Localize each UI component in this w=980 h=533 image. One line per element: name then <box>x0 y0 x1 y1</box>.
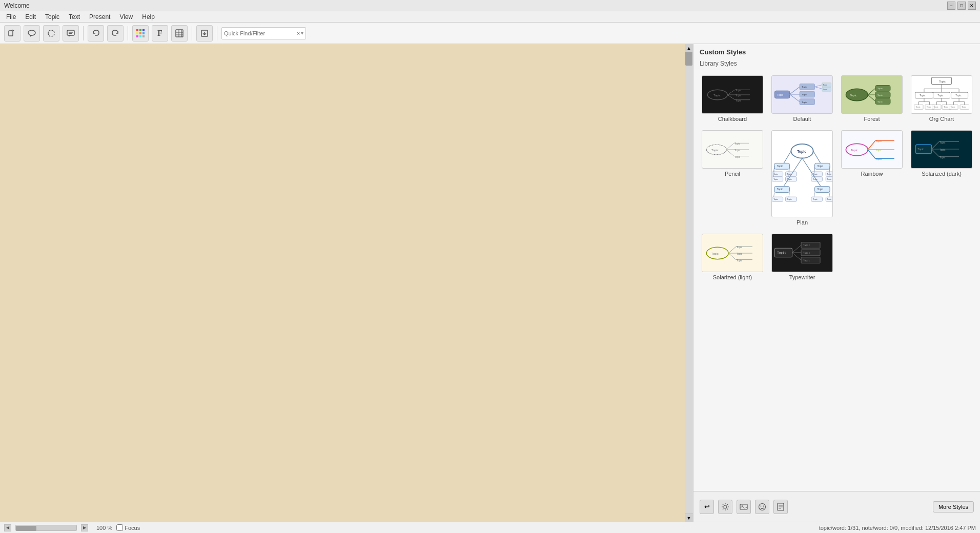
style-forest[interactable]: Topic Topic Topic Topic Forest <box>839 73 905 124</box>
canvas-scroll-down[interactable]: ▼ <box>685 514 693 522</box>
canvas-scrollbar[interactable] <box>685 44 693 522</box>
svg-text:Topic: Topic <box>827 198 831 200</box>
zoom-level: 100 % <box>96 525 112 531</box>
svg-text:Topic: Topic <box>777 251 786 255</box>
style-pencil[interactable]: Topic Topic Topic Topic Pencil <box>700 128 765 228</box>
close-button[interactable]: ✕ <box>968 2 976 10</box>
rainbow-preview: Topic Topic Topic Topic <box>841 130 903 169</box>
settings-icon-btn[interactable] <box>718 500 732 514</box>
emoji-icon-btn[interactable] <box>755 500 769 514</box>
note-icon-btn[interactable] <box>773 500 788 514</box>
image-icon-btn[interactable] <box>737 500 751 514</box>
rainbow-label: Rainbow <box>861 171 883 177</box>
pencil-preview: Topic Topic Topic Topic <box>702 130 763 169</box>
styles-scroll-area[interactable]: Topic Topic Topic Topic Chalkboard <box>693 69 980 491</box>
minimize-button[interactable]: − <box>947 2 955 10</box>
svg-text:Topic: Topic <box>802 93 807 96</box>
focus-checkbox[interactable] <box>116 524 123 531</box>
svg-text:Topic: Topic <box>877 94 883 96</box>
export-button[interactable] <box>196 25 213 42</box>
redo-button[interactable] <box>107 25 124 42</box>
more-styles-button[interactable]: More Styles <box>933 501 974 512</box>
style-solarized-light[interactable]: Topic Topic Topic Topic Solarized <box>700 232 765 282</box>
toolbar: F × ▾ <box>0 23 980 44</box>
h-scrollbar-thumb[interactable] <box>16 526 36 531</box>
menu-file[interactable]: File <box>2 12 20 22</box>
style-rainbow[interactable]: Topic Topic Topic Topic Rainbow <box>839 128 905 228</box>
svg-text:Topic: Topic <box>711 252 719 255</box>
svg-text:Topic: Topic <box>802 86 807 88</box>
svg-text:Topic: Topic <box>940 149 946 151</box>
boundary-button[interactable] <box>43 25 59 42</box>
format-button[interactable] <box>132 25 149 42</box>
undo-button[interactable] <box>88 25 104 42</box>
table-button[interactable] <box>171 25 188 42</box>
svg-point-215 <box>761 505 762 506</box>
menu-present[interactable]: Present <box>85 12 114 22</box>
chalkboard-preview: Topic Topic Topic Topic <box>702 75 763 114</box>
separator-2 <box>128 26 128 40</box>
undo-icon-btn[interactable]: ↩ <box>700 500 714 514</box>
svg-text:Topic: Topic <box>917 148 924 151</box>
scroll-left-button[interactable]: ◀ <box>4 524 11 531</box>
menu-text[interactable]: Text <box>65 12 84 22</box>
canvas-scroll-up[interactable]: ▲ <box>685 44 693 52</box>
style-chalkboard[interactable]: Topic Topic Topic Topic Chalkboard <box>700 73 765 124</box>
style-solarized-dark[interactable]: Topic Topic Topic Topic Solarized <box>909 128 974 228</box>
library-styles-header[interactable]: Library Styles <box>693 58 980 69</box>
menu-view[interactable]: View <box>115 12 137 22</box>
svg-text:Topic: Topic <box>803 252 810 254</box>
menu-help[interactable]: Help <box>138 12 159 22</box>
svg-rect-5 <box>136 29 138 31</box>
svg-text:Topic: Topic <box>823 89 827 91</box>
style-plan[interactable]: Topic Topic Topic Topic <box>769 128 835 228</box>
svg-text:Topic: Topic <box>737 253 743 255</box>
chalkboard-label: Chalkboard <box>718 116 747 122</box>
svg-point-216 <box>763 505 764 506</box>
svg-text:Topic: Topic <box>787 198 792 200</box>
custom-styles-header[interactable]: Custom Styles <box>693 44 980 58</box>
svg-text:Topic: Topic <box>777 188 783 191</box>
restore-button[interactable]: □ <box>957 2 966 10</box>
svg-text:Topic: Topic <box>937 94 944 97</box>
menu-topic[interactable]: Topic <box>41 12 64 22</box>
svg-text:Topic: Topic <box>877 100 883 103</box>
menu-bar: File Edit Topic Text Present View Help <box>0 11 980 23</box>
callout-button[interactable] <box>24 25 40 42</box>
svg-text:Topic: Topic <box>940 141 946 144</box>
svg-text:Topic: Topic <box>803 244 810 247</box>
svg-rect-9 <box>139 32 141 34</box>
scroll-right-button[interactable]: ▶ <box>81 524 88 531</box>
svg-rect-14 <box>176 30 183 37</box>
h-scrollbar[interactable] <box>15 525 77 531</box>
style-typewriter[interactable]: Topic Topic Topic Topic Typewriter <box>769 232 835 282</box>
search-options-icon[interactable]: ▾ <box>301 30 303 36</box>
forest-label: Forest <box>864 116 880 122</box>
svg-text:Topic: Topic <box>734 149 741 152</box>
font-button[interactable]: F <box>152 25 168 42</box>
right-panel: Custom Styles Library Styles Topic <box>693 44 980 522</box>
search-input[interactable] <box>224 30 296 36</box>
svg-text:Topic: Topic <box>797 150 806 154</box>
insert-shape-button[interactable] <box>4 25 21 42</box>
styles-grid: Topic Topic Topic Topic Chalkboard <box>693 69 980 286</box>
svg-text:Topic: Topic <box>773 198 778 200</box>
style-default[interactable]: Topic Topic Topic Topic <box>769 73 835 124</box>
svg-text:Topic: Topic <box>823 84 827 86</box>
svg-text:Topic: Topic <box>850 94 857 97</box>
comment-button[interactable] <box>63 25 79 42</box>
svg-point-211 <box>724 505 727 508</box>
focus-label[interactable]: Focus <box>116 524 140 531</box>
svg-text:Topic: Topic <box>773 178 778 180</box>
svg-text:Topic: Topic <box>920 94 926 97</box>
menu-edit[interactable]: Edit <box>21 12 40 22</box>
plan-preview: Topic Topic Topic Topic <box>771 130 833 217</box>
svg-text:Topic: Topic <box>962 106 966 108</box>
default-label: Default <box>793 116 811 122</box>
style-orgchart[interactable]: Topic Topic Topic <box>909 73 974 124</box>
window-title: Welcome <box>4 2 30 9</box>
search-clear-button[interactable]: × <box>297 30 300 36</box>
canvas-area[interactable]: ▲ ▼ <box>0 44 693 522</box>
svg-rect-0 <box>9 31 13 36</box>
orgchart-preview: Topic Topic Topic <box>911 75 972 114</box>
